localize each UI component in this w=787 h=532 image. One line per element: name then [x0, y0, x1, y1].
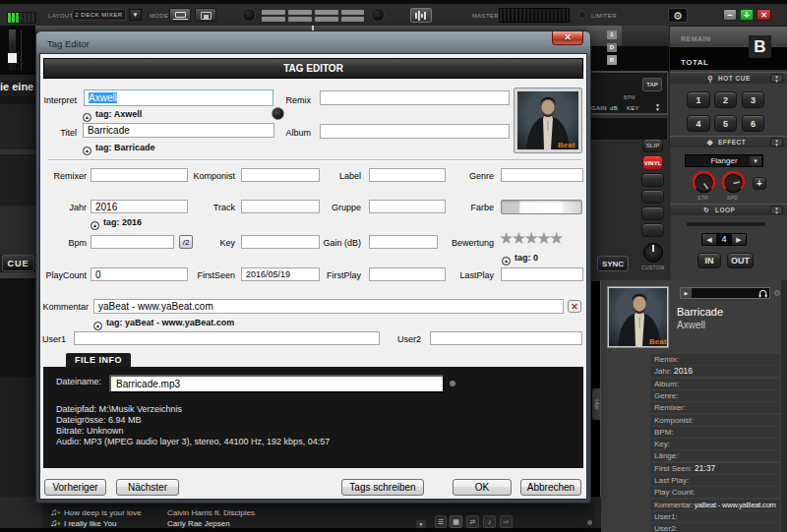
svg-text:Beat: Beat — [558, 141, 575, 149]
svg-text:Beat: Beat — [649, 337, 667, 346]
